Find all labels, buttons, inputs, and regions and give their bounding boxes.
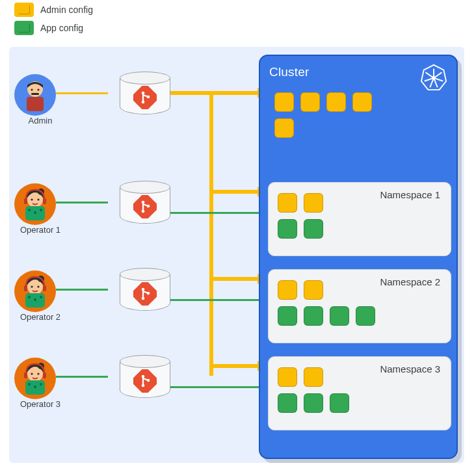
config-object-icon	[278, 393, 297, 413]
actor-label: Admin	[14, 116, 66, 125]
legend-app-config: App config	[14, 21, 93, 35]
legend-label: Admin config	[40, 5, 93, 15]
folder-icon	[14, 3, 34, 17]
config-object-icon	[326, 92, 346, 112]
avatar-operator	[14, 183, 56, 225]
config-object-icon	[278, 219, 297, 239]
namespace-label: Namespace 1	[380, 189, 440, 200]
config-object-icon	[330, 306, 349, 326]
actor-label: Operator 2	[14, 312, 66, 322]
actor-operator-3: Operator 3	[14, 355, 170, 402]
legend-label: App config	[40, 23, 83, 33]
connector	[56, 289, 108, 291]
git-icon	[133, 282, 157, 306]
actor-admin: Admin	[14, 72, 170, 118]
legend: Admin config App config	[14, 3, 93, 35]
repo-operator-1	[120, 181, 170, 228]
config-object-icon	[278, 280, 297, 300]
git-icon	[133, 369, 157, 393]
config-object-icon	[304, 306, 323, 326]
config-object-icon	[274, 92, 294, 112]
avatar-operator	[14, 270, 56, 312]
repo-operator-3	[120, 355, 170, 402]
config-object-icon	[274, 118, 294, 138]
namespace-3: Namespace 3	[268, 356, 451, 430]
namespace-1: Namespace 1	[268, 182, 451, 256]
git-icon	[133, 195, 157, 218]
cluster-scoped-config	[274, 90, 404, 138]
connector	[56, 202, 108, 203]
config-object-icon	[304, 280, 323, 300]
actor-label: Operator 3	[14, 399, 66, 409]
person-headset-icon	[18, 361, 53, 396]
avatar-operator	[14, 358, 56, 399]
namespace-2: Namespace 2	[268, 269, 451, 343]
actor-label: Operator 1	[14, 225, 66, 235]
config-object-icon	[304, 393, 323, 413]
config-object-icon	[278, 306, 297, 326]
person-headset-icon	[18, 187, 53, 222]
kubernetes-icon	[420, 64, 447, 91]
config-object-icon	[304, 367, 323, 387]
config-object-icon	[300, 92, 320, 112]
namespace-label: Namespace 3	[380, 363, 440, 374]
repo-admin	[120, 72, 170, 118]
config-object-icon	[352, 92, 372, 112]
config-object-icon	[356, 306, 375, 326]
connector	[56, 376, 108, 378]
config-object-icon	[278, 367, 297, 387]
config-object-icon	[304, 219, 323, 239]
actor-operator-1: Operator 1	[14, 181, 170, 228]
config-object-icon	[330, 393, 349, 413]
config-object-icon	[304, 193, 323, 213]
git-icon	[133, 86, 157, 109]
config-object-icon	[278, 193, 297, 213]
legend-admin-config: Admin config	[14, 3, 93, 17]
person-icon	[18, 77, 53, 112]
repo-operator-2	[120, 268, 170, 315]
person-headset-icon	[18, 274, 53, 309]
actor-operator-2: Operator 2	[14, 268, 170, 315]
folder-icon	[14, 21, 34, 35]
connector	[56, 92, 108, 94]
avatar-admin	[14, 74, 56, 116]
cluster-box: Cluster Namespace 1 Namespace 2	[259, 55, 458, 459]
namespace-label: Namespace 2	[380, 276, 440, 287]
